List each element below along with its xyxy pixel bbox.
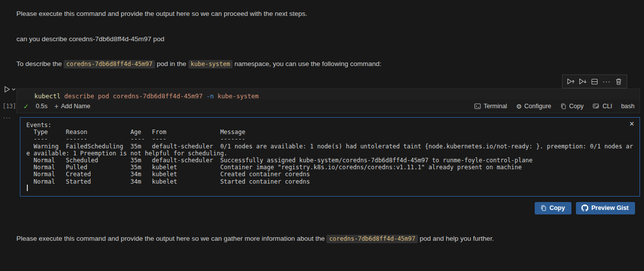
output-actions: Copy Preview Gist bbox=[535, 202, 635, 214]
cli-icon bbox=[592, 103, 600, 110]
cell-toolbar: ··· bbox=[562, 74, 627, 88]
code-token-command: kubectl bbox=[34, 92, 61, 100]
execute-above-icon[interactable] bbox=[565, 76, 575, 86]
gear-icon: ⚙ bbox=[516, 103, 522, 110]
github-icon bbox=[581, 204, 588, 211]
language-label: bash bbox=[621, 103, 635, 110]
code-cell: kubectl describe pod coredns-7db6d8ff4d-… bbox=[16, 88, 640, 113]
configure-button[interactable]: ⚙ Configure bbox=[516, 103, 551, 110]
copy-icon bbox=[560, 103, 566, 110]
assistant-message-2-suffix: namespace, you can use the following com… bbox=[233, 60, 381, 68]
language-selector[interactable]: bash bbox=[621, 103, 635, 110]
execution-duration: 0.5s bbox=[36, 103, 48, 110]
cli-label: CLI bbox=[602, 103, 612, 110]
assistant-message-3-suffix: pod and help you further. bbox=[418, 235, 494, 242]
copy-output-label: Copy bbox=[550, 204, 565, 211]
chevron-down-icon bbox=[11, 85, 16, 93]
run-cell-button[interactable] bbox=[3, 85, 16, 93]
inline-code-pod-name-2: coredns-7db6d8ff4d-45m97 bbox=[326, 235, 417, 243]
split-cell-icon[interactable] bbox=[589, 76, 599, 86]
cli-button[interactable]: CLI bbox=[592, 103, 612, 110]
success-check-icon: ✓ bbox=[23, 103, 29, 110]
terminal-icon bbox=[474, 103, 481, 110]
copy-output-button[interactable]: Copy bbox=[535, 202, 571, 214]
assistant-message-2-prefix: To describe the bbox=[16, 60, 64, 68]
copy-icon bbox=[540, 204, 547, 211]
assistant-message-2: To describe the coredns-7db6d8ff4d-45m97… bbox=[16, 60, 381, 68]
cell-output-terminal: Events: Type Reason Age From Message ---… bbox=[20, 117, 640, 197]
inline-code-pod-name: coredns-7db6d8ff4d-45m97 bbox=[64, 60, 155, 68]
status-left: ✓ 0.5s + Add Name bbox=[23, 102, 97, 110]
execute-below-icon[interactable] bbox=[577, 76, 587, 86]
inline-code-namespace: kube-system bbox=[188, 60, 233, 68]
preview-gist-button[interactable]: Preview Gist bbox=[576, 202, 635, 214]
more-actions-icon[interactable]: ··· bbox=[602, 76, 612, 86]
terminal-label: Terminal bbox=[483, 103, 507, 110]
configure-label: Configure bbox=[524, 103, 551, 110]
close-output-icon[interactable]: ✕ bbox=[629, 120, 635, 128]
add-name-label: Add Name bbox=[61, 103, 90, 110]
code-token-arguments: describe pod coredns-7db6d8ff4d-45m97 bbox=[61, 92, 207, 100]
delete-cell-icon[interactable] bbox=[614, 76, 624, 86]
terminal-cursor bbox=[27, 185, 28, 191]
assistant-message-3: Please execute this command and provide … bbox=[16, 235, 494, 242]
add-name-button[interactable]: + Add Name bbox=[55, 102, 90, 110]
code-token-flag: -n bbox=[206, 92, 214, 100]
assistant-message-2-mid: pod in the bbox=[155, 60, 188, 68]
cell-status-bar: ✓ 0.5s + Add Name Terminal ⚙ Configure C… bbox=[17, 100, 640, 113]
execution-count: [13] bbox=[2, 103, 16, 110]
assistant-message-3-prefix: Please execute this command and provide … bbox=[16, 235, 326, 242]
plus-icon: + bbox=[55, 102, 59, 110]
preview-gist-label: Preview Gist bbox=[591, 204, 629, 211]
cell-more-menu[interactable]: ··· bbox=[3, 114, 11, 121]
code-token-flag-value: kube-system bbox=[214, 92, 258, 100]
assistant-message-1: Please execute this command and provide … bbox=[16, 10, 307, 17]
notebook-page: { "colors": { "page_bg": "#181818", "cel… bbox=[0, 0, 644, 271]
user-message: can you describe coredns-7db6d8ff4d-45m9… bbox=[16, 35, 164, 43]
status-right: Terminal ⚙ Configure Copy CLI bash bbox=[465, 103, 635, 110]
play-icon bbox=[3, 85, 11, 93]
copy-cell-label: Copy bbox=[569, 103, 583, 110]
copy-cell-button[interactable]: Copy bbox=[560, 103, 583, 110]
terminal-output-text: Events: Type Reason Age From Message ---… bbox=[20, 118, 640, 189]
terminal-button[interactable]: Terminal bbox=[474, 103, 507, 110]
